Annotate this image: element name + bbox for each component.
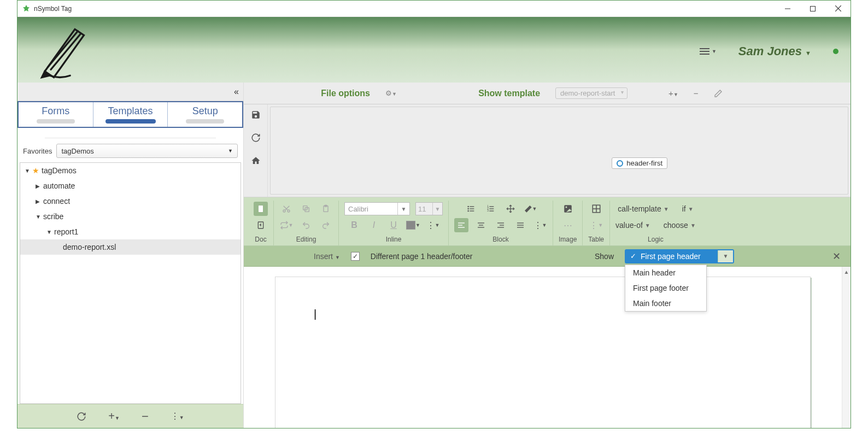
group-label-editing: Editing bbox=[296, 236, 316, 243]
main-toolbar: File options ⚙▼ Show template demo-repor… bbox=[244, 83, 851, 104]
undo-icon[interactable] bbox=[299, 218, 313, 232]
numbered-list-icon[interactable]: 123 bbox=[484, 202, 498, 216]
remove-button[interactable]: − bbox=[694, 89, 699, 98]
svg-rect-34 bbox=[458, 225, 462, 225]
swap-icon[interactable]: ▼ bbox=[279, 218, 294, 232]
tree-item-connect[interactable]: ▶connect bbox=[20, 193, 241, 209]
image-more-icon[interactable]: ⋯ bbox=[561, 218, 575, 232]
minimize-button[interactable] bbox=[775, 1, 800, 17]
svg-rect-9 bbox=[259, 206, 263, 212]
tree-item-scribe[interactable]: ▼scribe bbox=[20, 209, 241, 224]
group-label-image: Image bbox=[559, 236, 577, 243]
align-justify-icon[interactable] bbox=[513, 218, 527, 232]
dd-item-first-footer[interactable]: First page footer bbox=[625, 280, 706, 296]
svg-rect-35 bbox=[458, 227, 465, 227]
tab-templates[interactable]: Templates bbox=[93, 102, 168, 127]
bulleted-list-icon[interactable] bbox=[464, 202, 478, 216]
call-template-button[interactable]: call-template ▼ bbox=[618, 204, 668, 213]
page-canvas[interactable]: | bbox=[275, 277, 811, 428]
group-label-block: Block bbox=[492, 236, 508, 243]
svg-text:3: 3 bbox=[487, 209, 489, 212]
dd-item-main-header[interactable]: Main header bbox=[625, 265, 706, 280]
reload-icon[interactable] bbox=[251, 133, 261, 143]
favorites-select[interactable]: tagDemos▼ bbox=[56, 144, 238, 158]
dd-item-main-footer[interactable]: Main footer bbox=[625, 296, 706, 311]
remove-icon[interactable]: − bbox=[142, 409, 149, 424]
align-right-icon[interactable] bbox=[494, 218, 508, 232]
more-inline-icon[interactable]: ⋮▼ bbox=[426, 218, 440, 232]
save-icon[interactable] bbox=[251, 110, 261, 120]
hamburger-menu-icon[interactable]: ▼ bbox=[700, 48, 717, 55]
group-label-logic: Logic bbox=[648, 236, 664, 243]
table-more-icon[interactable]: ⋮▼ bbox=[589, 218, 603, 232]
doc-view-code-icon[interactable] bbox=[254, 218, 268, 232]
svg-rect-40 bbox=[500, 225, 504, 225]
sidebar-footer: +▼ − ⋮▼ bbox=[17, 404, 243, 428]
doc-view-page-icon[interactable] bbox=[254, 202, 268, 216]
tree-root[interactable]: ▼★tagDemos bbox=[20, 163, 241, 178]
align-left-icon[interactable] bbox=[454, 218, 468, 232]
svg-rect-36 bbox=[478, 222, 484, 223]
edit-pencil-icon[interactable] bbox=[714, 89, 723, 98]
if-button[interactable]: if ▼ bbox=[682, 204, 694, 213]
element-chip[interactable]: header-first bbox=[612, 157, 667, 169]
home-icon[interactable] bbox=[251, 156, 261, 166]
font-color-icon[interactable]: ▼ bbox=[406, 218, 420, 232]
scroll-up-icon[interactable]: ▲ bbox=[844, 269, 849, 275]
file-tree: ▼★tagDemos ▶automate ▶connect ▼scribe ▼r… bbox=[20, 162, 241, 404]
svg-rect-38 bbox=[478, 227, 484, 227]
close-button[interactable] bbox=[825, 1, 851, 17]
tree-item-report1[interactable]: ▼report1 bbox=[20, 224, 241, 239]
close-icon[interactable]: ✕ bbox=[832, 250, 841, 262]
tab-forms[interactable]: Forms bbox=[19, 102, 93, 127]
template-select[interactable]: demo-report-start bbox=[555, 87, 627, 99]
italic-icon[interactable]: I bbox=[367, 218, 381, 232]
user-name[interactable]: Sam Jones ▼ bbox=[738, 44, 811, 58]
redo-icon[interactable] bbox=[319, 218, 333, 232]
tab-setup[interactable]: Setup bbox=[168, 102, 242, 127]
add-icon[interactable]: +▼ bbox=[108, 410, 120, 422]
underline-icon[interactable]: U bbox=[386, 218, 401, 232]
choose-button[interactable]: choose ▼ bbox=[664, 221, 696, 230]
app-icon bbox=[22, 4, 31, 13]
table-icon[interactable] bbox=[589, 202, 603, 216]
more-block-icon[interactable]: ⋮▼ bbox=[533, 218, 547, 232]
tree-item-automate[interactable]: ▶automate bbox=[20, 178, 241, 193]
status-dot-icon bbox=[833, 49, 838, 54]
diff-p1-label: Different page 1 header/footer bbox=[371, 252, 473, 261]
maximize-button[interactable] bbox=[800, 1, 825, 17]
move-icon[interactable] bbox=[503, 202, 518, 216]
align-center-icon[interactable] bbox=[474, 218, 488, 232]
font-size-select[interactable]: 11▼ bbox=[415, 202, 443, 215]
file-options-button[interactable]: File options bbox=[321, 89, 370, 98]
ribbon: Doc ▼ Editing bbox=[244, 197, 851, 246]
svg-rect-33 bbox=[458, 222, 465, 223]
refresh-icon[interactable] bbox=[77, 412, 86, 421]
insert-button[interactable]: Insert ▼ bbox=[314, 252, 340, 261]
chevron-down-icon[interactable]: ▼ bbox=[718, 250, 733, 262]
pen-icon[interactable]: ▼ bbox=[523, 202, 537, 216]
value-of-button[interactable]: value-of ▼ bbox=[615, 221, 650, 230]
cut-icon[interactable] bbox=[279, 202, 294, 216]
bold-icon[interactable]: B bbox=[347, 218, 361, 232]
add-button[interactable]: +▼ bbox=[668, 89, 678, 98]
window-title: nSymbol Tag bbox=[34, 5, 775, 13]
show-template-button[interactable]: Show template bbox=[478, 89, 540, 98]
more-vert-icon[interactable]: ⋮▼ bbox=[171, 411, 184, 421]
image-icon[interactable] bbox=[561, 202, 575, 216]
diff-p1-checkbox[interactable]: ✓ bbox=[351, 252, 360, 261]
text-cursor: | bbox=[314, 308, 316, 320]
gear-icon[interactable]: ⚙▼ bbox=[385, 89, 397, 97]
tree-item-demo-report[interactable]: demo-report.xsl bbox=[20, 239, 241, 255]
show-select[interactable]: ✓First page header ▼ Main header First p… bbox=[625, 249, 734, 263]
svg-rect-28 bbox=[489, 208, 494, 209]
collapse-sidebar-icon[interactable]: « bbox=[234, 87, 239, 97]
svg-point-21 bbox=[467, 208, 469, 210]
copy-icon[interactable] bbox=[299, 202, 313, 216]
svg-line-5 bbox=[51, 33, 81, 69]
vertical-scrollbar[interactable]: ▲ bbox=[842, 267, 851, 428]
group-label-inline: Inline bbox=[386, 236, 402, 243]
svg-rect-43 bbox=[517, 225, 524, 225]
font-name-select[interactable]: Calibri▼ bbox=[344, 202, 410, 215]
paste-icon[interactable] bbox=[319, 202, 333, 216]
